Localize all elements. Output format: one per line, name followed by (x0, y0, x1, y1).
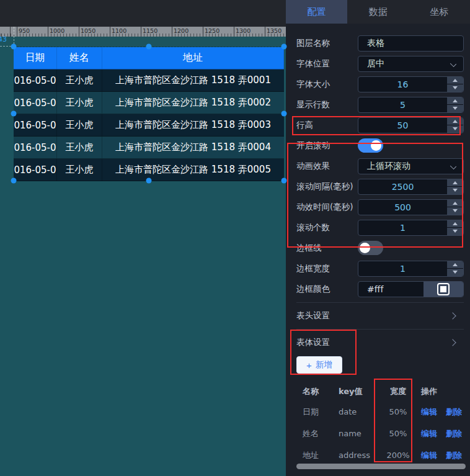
table-widget[interactable]: 日期 姓名 地址 2016-05-02 王小虎 上海市普陀区金沙江路 1518 … (14, 47, 284, 181)
add-column-button[interactable]: + 新增 (296, 356, 342, 374)
ruler-tick-label: 1200 (174, 27, 188, 34)
edit-link[interactable]: 编辑 (421, 406, 437, 418)
table-cell: 2016-05-02 (14, 70, 57, 91)
column-key: address (339, 451, 383, 460)
stepper-down-button[interactable] (447, 207, 463, 215)
chevron-down-icon (453, 230, 458, 233)
field-row-border-line: 边框线 (296, 238, 464, 258)
delete-link[interactable]: 删除 (446, 406, 462, 418)
config-panel: 配置 数据 坐标 图层名称 表格 字体位置 居中 字体大小 (286, 0, 470, 476)
header-settings-section[interactable]: 表头设置 (296, 306, 464, 326)
scroll-count-stepper[interactable]: 1 (358, 220, 464, 236)
border-line-toggle[interactable] (358, 241, 383, 255)
body-settings-section[interactable]: 表体设置 (296, 333, 464, 353)
column-name: 日期 (303, 406, 339, 418)
resize-handle-top-right[interactable] (282, 44, 287, 50)
chevron-up-icon (453, 99, 458, 102)
animation-duration-label: 动效时间(毫秒) (296, 202, 358, 213)
tab-config[interactable]: 配置 (286, 0, 347, 24)
resize-handle-top-left[interactable] (11, 44, 17, 50)
table-cell: 上海市普陀区金沙江路 1518 弄0001 (102, 70, 284, 91)
ruler-tick-label: 1350 (267, 27, 282, 34)
column-key: date (339, 407, 383, 416)
stepper-up-button[interactable] (447, 118, 463, 125)
font-size-stepper[interactable]: 16 (358, 76, 464, 92)
animation-select[interactable]: 上循环滚动 (358, 158, 464, 174)
chevron-down-icon (453, 127, 458, 130)
section-divider (296, 329, 464, 330)
chevron-down-icon (453, 209, 458, 212)
animation-label: 动画效果 (296, 161, 358, 172)
chevron-up-icon (453, 263, 458, 266)
font-size-label: 字体大小 (296, 79, 358, 90)
horizontal-scrollbar[interactable] (296, 464, 466, 469)
field-row-scroll-enabled: 开启滚动 (296, 135, 464, 156)
row-height-stepper[interactable]: 50 (358, 117, 464, 133)
animation-duration-stepper[interactable]: 500 (358, 199, 464, 215)
layer-name-input[interactable]: 表格 (358, 35, 464, 52)
font-position-label: 字体位置 (296, 58, 358, 70)
border-line-label: 边框线 (296, 243, 358, 254)
delete-link[interactable]: 删除 (446, 428, 462, 439)
table-cell: 2016-05-02 (14, 137, 57, 158)
stepper-up-button[interactable] (447, 220, 463, 228)
border-color-input[interactable]: #fff (358, 281, 464, 297)
stepper-down-button[interactable] (447, 105, 463, 112)
table-cell: 王小虎 (57, 137, 102, 158)
scroll-interval-stepper[interactable]: 2500 (358, 179, 464, 195)
resize-handle-mid-left[interactable] (11, 111, 17, 117)
tab-data[interactable]: 数据 (347, 0, 409, 24)
scroll-enabled-toggle[interactable] (358, 138, 383, 153)
table-cell: 王小虎 (57, 70, 102, 91)
columns-table-row: 日期 date 50% 编辑 删除 (303, 401, 464, 423)
display-rows-label: 显示行数 (296, 99, 358, 110)
stepper-buttons (447, 118, 463, 133)
stepper-up-button[interactable] (447, 261, 463, 269)
stepper-buttons (447, 179, 463, 194)
table-cell: 2016-05-02 (14, 114, 57, 136)
column-width: 50% (383, 429, 414, 438)
edit-link[interactable]: 编辑 (421, 428, 437, 439)
resize-handle-mid-right[interactable] (282, 111, 287, 117)
column-name: 地址 (303, 450, 339, 461)
table-widget-header-cell: 姓名 (57, 47, 102, 69)
table-widget-header-cell: 日期 (14, 47, 57, 69)
chevron-down-icon (450, 163, 456, 169)
design-canvas[interactable]: 950 1000 1050 1100 1150 1200 1250 1300 1… (0, 0, 286, 476)
chevron-down-icon (453, 189, 458, 192)
field-row-scroll-count: 滚动个数 1 (296, 217, 464, 238)
border-width-stepper[interactable]: 1 (358, 261, 464, 277)
edit-link[interactable]: 编辑 (421, 450, 437, 461)
stepper-up-button[interactable] (447, 200, 463, 207)
stepper-up-button[interactable] (447, 77, 463, 84)
field-row-font-position: 字体位置 居中 (296, 53, 464, 74)
ruler-tick-label: 950 (19, 27, 30, 34)
delete-link[interactable]: 删除 (446, 450, 462, 461)
color-picker-button[interactable] (423, 282, 463, 297)
display-rows-stepper[interactable]: 5 (358, 97, 464, 113)
chevron-up-icon (453, 202, 458, 205)
resize-handle-top-mid[interactable] (146, 44, 152, 50)
resize-handle-bottom-mid[interactable] (146, 178, 152, 184)
stepper-up-button[interactable] (447, 179, 463, 187)
columns-table-row: 姓名 name 50% 编辑 删除 (303, 423, 464, 444)
stepper-up-button[interactable] (447, 97, 463, 105)
scroll-count-label: 滚动个数 (296, 222, 358, 233)
stepper-down-button[interactable] (447, 228, 463, 235)
table-cell: 上海市普陀区金沙江路 1518 弄0003 (102, 114, 284, 136)
stepper-down-button[interactable] (447, 84, 463, 92)
chevron-down-icon (453, 86, 458, 89)
ruler-tick-label: 1250 (205, 27, 219, 34)
stepper-buttons (447, 97, 463, 112)
stepper-down-button[interactable] (447, 187, 463, 194)
resize-handle-bottom-left[interactable] (11, 178, 17, 184)
tab-coordinates[interactable]: 坐标 (409, 0, 470, 24)
font-position-select[interactable]: 居中 (358, 56, 464, 72)
chevron-up-icon (453, 120, 458, 123)
column-width: 50% (383, 407, 414, 416)
field-row-font-size: 字体大小 16 (296, 74, 464, 94)
stepper-down-button[interactable] (447, 269, 463, 276)
stepper-down-button[interactable] (447, 125, 463, 133)
resize-handle-bottom-right[interactable] (282, 178, 287, 184)
horizontal-ruler: 950 1000 1050 1100 1150 1200 1250 1300 1… (0, 27, 286, 37)
